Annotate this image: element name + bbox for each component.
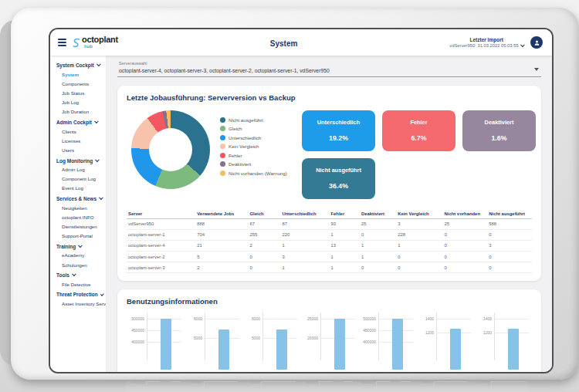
sidebar-section-threat-protection[interactable]: Threat Protection [50,289,106,299]
table-cell: 0 [360,229,396,240]
column-header-server[interactable]: Server [127,209,195,219]
sidebar-item-users[interactable]: Users [50,145,106,154]
hamburger-menu-icon[interactable] [58,39,66,46]
stat-card-fehler: Fehler6.7% [382,110,455,151]
legend-item-fehler[interactable]: Fehler [220,153,302,158]
user-avatar-button[interactable] [530,36,543,49]
job-table: ServerVerwendete JobsGleichUnterschiedli… [127,209,532,274]
table-cell: 1 [330,262,360,273]
bar [390,381,401,382]
last-import-value: vdServer950: 31.03.2022 05:03:55 [449,43,523,48]
mini-chart-ticks: 500000450000400000 [356,381,376,388]
legend-item-nicht-vorhanden-warnung[interactable]: Nicht vorhanden (Warnung) [220,171,302,176]
stat-card-label: Nicht ausgeführt [302,167,375,174]
table-cell: 0 [249,252,281,262]
body-row: System CockpitSystemComponentsJob Status… [50,56,552,372]
sidebar-section-admin-cockpit[interactable]: Admin Cockpit [50,117,106,127]
column-header-kein-vergleich[interactable]: Kein Vergleich [396,209,442,219]
mini-chart-ticks: 60005000 [241,381,261,388]
table-cell: 0 [487,229,532,240]
job-execution-card: Letzte Jobausführung: Serverversion vs B… [117,86,541,282]
sidebar-item-job-status[interactable]: Job Status [50,88,106,97]
table-cell: 3 [487,240,532,251]
tick-label: 500000 [131,316,144,321]
tick-label: 6000 [250,381,259,384]
legend-dot [220,161,225,167]
column-header-nicht-ausgef-hrt[interactable]: Nicht ausgeführt [487,209,532,219]
sidebar-item-octoplant-info[interactable]: octoplant INFO [50,212,106,221]
table-cell: 0 [396,262,442,273]
sidebar-item-system[interactable]: System [50,69,106,79]
sidebar-item-job-duration[interactable]: Job Duration [50,107,106,117]
legend-item-kein-vergleich[interactable]: Kein Vergleich [220,144,302,149]
legend-item-unterschiedlich[interactable]: Unterschiedlich [220,135,302,140]
sidebar-item-admin-log[interactable]: Admin Log [50,165,106,174]
sidebar-nav: System CockpitSystemComponentsJob Status… [50,56,107,372]
column-header-deaktiviert[interactable]: Deaktiviert [360,209,396,219]
mini-chart-1: 500000450000400000 [126,381,184,388]
sidebar-item-event-log[interactable]: Event Log [50,184,106,193]
usage-charts-row: 5000004500004000006000500060005000250002… [127,313,532,360]
column-header-unterschiedlich[interactable]: Unterschiedlich [281,209,330,219]
sidebar-section-services-news[interactable]: Services & News [50,193,106,203]
column-header-verwendete-jobs[interactable]: Verwendete Jobs [195,209,248,219]
table-cell: 3 [396,218,442,229]
job-card-title: Letzte Jobausführung: Serverversion vs B… [127,93,532,102]
grid-line [263,319,297,319]
sidebar-item-asset-inventory-service[interactable]: Asset Inventory Service [50,299,106,308]
table-cell: 1 [330,229,360,240]
column-header-nicht-vorhanden[interactable]: Nicht vorhanden [443,209,488,219]
legend-label: Gleich [229,126,242,131]
sidebar-item-support-portal[interactable]: Support-Portal [50,231,106,241]
mini-chart-ticks: 500000450000400000 [127,313,147,360]
sidebar-item-component-log[interactable]: Component Log [50,174,106,184]
legend-dot [220,153,225,158]
sidebar-item-components[interactable]: Components [50,79,106,88]
table-cell: 0 [443,229,488,240]
sidebar-item-licenses[interactable]: Licenses [50,136,106,145]
legend-label: Fehler [229,153,242,158]
mini-chart-2: 60005000 [185,313,242,360]
bar [161,319,171,370]
chevron-down-icon [520,42,524,47]
donut-chart[interactable] [131,110,210,189]
tick-label: 450000 [131,328,144,333]
sidebar-section-log-monitoring[interactable]: Log Monitoring [50,155,106,165]
sidebar-item-dienstleistungen[interactable]: Dienstleistungen [50,221,106,231]
tick-label: 5000 [252,336,260,340]
table-header-row: ServerVerwendete JobsGleichUnterschiedli… [127,209,532,219]
sidebar-section-training[interactable]: Training [50,241,106,251]
sidebar-item-neuigkeiten[interactable]: Neuigkeiten [50,203,106,212]
sidebar-item-clients[interactable]: Clients [50,127,106,136]
usage-card-title: Benutzungsinformationen [127,297,532,306]
mini-chart-plot [319,381,357,388]
stat-card-value: 1.6% [462,134,536,142]
sidebar-item-eacademy[interactable]: eAcademy [50,251,106,260]
legend-item-nicht-ausgef-hrt[interactable]: Nicht ausgeführt [220,117,302,123]
column-header-gleich[interactable]: Gleich [249,209,281,219]
legend-item-gleich[interactable]: Gleich [220,126,302,131]
server-select-field[interactable]: Serverauswahl octoplant-server-4, octopl… [117,59,541,77]
table-cell: 255 [249,229,281,240]
sidebar-section-system-cockpit[interactable]: System Cockpit [50,59,106,69]
grid-line [147,381,181,382]
stat-card-nicht-ausgef-hrt: Nicht ausgeführt36.4% [302,158,375,199]
table-cell: 67 [249,218,281,229]
tick-label: 20000 [307,336,318,340]
last-import-dropdown[interactable]: Letzter Import vdServer950: 31.03.2022 0… [449,37,523,48]
sidebar-section-tools[interactable]: Tools [50,269,106,279]
mini-chart-6: 14001200 [416,313,474,360]
sidebar-item-schulungen[interactable]: Schulungen [50,260,106,269]
mini-chart-3: 60005000 [241,381,299,388]
mini-chart-plot [147,313,185,360]
topbar-center: System [118,35,450,49]
grid-line [320,381,354,382]
mini-chart-4: 2500020000 [300,313,358,360]
column-header-fehler[interactable]: Fehler [330,209,360,219]
sidebar-section-label: Admin Cockpit [56,120,92,125]
sidebar-item-file-detective[interactable]: File Detective [50,279,106,289]
job-card-content: Nicht ausgeführtGleichUnterschiedlichKei… [127,110,532,199]
sidebar-item-job-log[interactable]: Job Log [50,98,106,107]
bar [333,381,344,382]
legend-item-deaktiviert[interactable]: Deaktiviert [220,161,302,167]
